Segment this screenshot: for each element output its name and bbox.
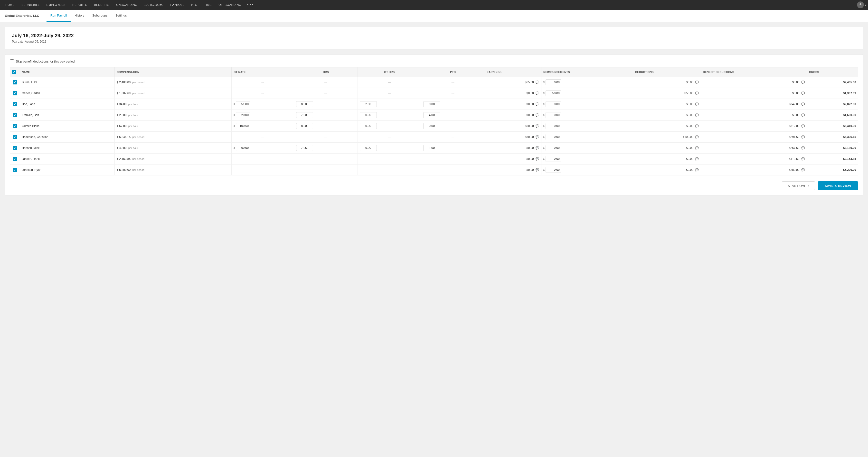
nav-1094c[interactable]: 1094C/1095C xyxy=(141,0,167,10)
earnings-comment-0[interactable]: 💬 xyxy=(535,80,539,84)
pto-8: --- xyxy=(421,164,485,175)
benefit-deductions-3: $0.00 💬 xyxy=(701,110,807,121)
nav-offboarding[interactable]: OFFBOARDING xyxy=(215,0,245,10)
deductions-comment-2[interactable]: 💬 xyxy=(695,102,699,106)
reimbursement-input-2[interactable] xyxy=(546,101,561,107)
benefit-deductions-0: $0.00 💬 xyxy=(701,77,807,88)
reimbursement-7: $ xyxy=(541,154,633,164)
ot-hrs-input-2[interactable] xyxy=(360,101,377,107)
hrs-0: --- xyxy=(294,77,358,88)
ot-hrs-input-4[interactable] xyxy=(360,123,377,129)
tab-run-payroll[interactable]: Run Payroll xyxy=(46,10,71,22)
tab-settings[interactable]: Settings xyxy=(111,10,130,22)
hrs-input-6[interactable] xyxy=(296,145,313,151)
deductions-comment-7[interactable]: 💬 xyxy=(695,157,699,161)
reimbursement-input-8[interactable] xyxy=(546,167,561,173)
reimbursement-input-4[interactable] xyxy=(546,123,561,129)
table-row: Franklin, Ben $ 20.00 per hour $ xyxy=(10,110,858,121)
ot-hrs-input-6[interactable] xyxy=(360,145,377,151)
nav-employees[interactable]: EMPLOYEES xyxy=(43,0,69,10)
nav-home[interactable]: HOME xyxy=(2,0,18,10)
user-avatar[interactable] xyxy=(857,1,864,8)
row-checkbox-5[interactable] xyxy=(13,135,17,139)
deductions-comment-3[interactable]: 💬 xyxy=(695,113,699,117)
benefit-comment-4[interactable]: 💬 xyxy=(801,124,805,128)
row-checkbox-1[interactable] xyxy=(13,91,17,95)
earnings-comment-6[interactable]: 💬 xyxy=(535,146,539,150)
employee-name-6: Hansen, Mick xyxy=(20,142,115,154)
nav-more-dots[interactable]: • • • xyxy=(245,3,256,7)
reimbursement-input-5[interactable] xyxy=(546,134,561,140)
deductions-comment-1[interactable]: 💬 xyxy=(695,92,699,95)
benefit-comment-3[interactable]: 💬 xyxy=(801,113,805,117)
row-checkbox-2[interactable] xyxy=(13,102,17,106)
nav-berniebill[interactable]: BERNIEBILL xyxy=(18,0,43,10)
hrs-input-2[interactable] xyxy=(296,101,313,107)
deductions-comment-8[interactable]: 💬 xyxy=(695,168,699,171)
benefit-comment-5[interactable]: 💬 xyxy=(801,135,805,139)
user-menu-arrow[interactable]: ▾ xyxy=(865,4,866,6)
benefit-deductions-7: $419.50 💬 xyxy=(701,154,807,164)
earnings-comment-3[interactable]: 💬 xyxy=(535,113,539,117)
deductions-comment-0[interactable]: 💬 xyxy=(695,80,699,84)
hrs-4 xyxy=(294,121,358,132)
employee-name-2: Doe, Jane xyxy=(20,99,115,110)
deductions-comment-5[interactable]: 💬 xyxy=(695,135,699,139)
earnings-comment-4[interactable]: 💬 xyxy=(535,124,539,128)
col-header-pto: PTO xyxy=(421,67,485,77)
nav-reports[interactable]: REPORTS xyxy=(69,0,91,10)
reimbursement-input-3[interactable] xyxy=(546,112,561,118)
pay-period-card: July 16, 2022-July 29, 2022 Pay date: Au… xyxy=(5,27,863,50)
skip-benefit-checkbox[interactable] xyxy=(10,59,14,63)
earnings-comment-2[interactable]: 💬 xyxy=(535,102,539,106)
pto-input-6[interactable] xyxy=(423,145,440,151)
row-checkbox-3[interactable] xyxy=(13,113,17,117)
benefit-comment-2[interactable]: 💬 xyxy=(801,102,805,106)
row-checkbox-4[interactable] xyxy=(13,124,17,128)
pto-input-2[interactable] xyxy=(423,101,440,107)
reimbursement-input-7[interactable] xyxy=(546,156,561,162)
hrs-input-4[interactable] xyxy=(296,123,313,129)
nav-benefits[interactable]: BENEFITS xyxy=(91,0,113,10)
hrs-1: --- xyxy=(294,88,358,99)
ot-hrs-input-3[interactable] xyxy=(360,112,377,118)
tab-history[interactable]: History xyxy=(71,10,88,22)
earnings-comment-1[interactable]: 💬 xyxy=(535,92,539,95)
benefit-comment-8[interactable]: 💬 xyxy=(801,168,805,171)
tab-subgroups[interactable]: Subgroups xyxy=(88,10,112,22)
row-checkbox-6[interactable] xyxy=(13,146,17,150)
nav-onboarding[interactable]: ONBOARDING xyxy=(113,0,141,10)
pto-input-4[interactable] xyxy=(423,123,440,129)
reimbursement-input-0[interactable] xyxy=(546,79,561,85)
row-checkbox-7[interactable] xyxy=(13,157,17,161)
benefit-comment-0[interactable]: 💬 xyxy=(801,80,805,84)
benefit-comment-7[interactable]: 💬 xyxy=(801,157,805,161)
pto-input-3[interactable] xyxy=(423,112,440,118)
employee-name-7: Jansen, Hank xyxy=(20,154,115,164)
benefit-comment-6[interactable]: 💬 xyxy=(801,146,805,150)
ot-rate-input-2[interactable] xyxy=(236,101,250,107)
reimbursement-input-1[interactable] xyxy=(546,90,561,96)
ot-rate-input-3[interactable] xyxy=(236,112,250,118)
ot-rate-input-4[interactable] xyxy=(236,123,250,129)
nav-time[interactable]: TIME xyxy=(201,0,215,10)
table-row: Jansen, Hank $ 2,153.85 per period --- -… xyxy=(10,154,858,164)
earnings-comment-7[interactable]: 💬 xyxy=(535,157,539,161)
deductions-comment-4[interactable]: 💬 xyxy=(695,124,699,128)
ot-rate-input-6[interactable] xyxy=(236,145,250,151)
nav-pto[interactable]: PTO xyxy=(188,0,201,10)
row-checkbox-8[interactable] xyxy=(13,168,17,172)
select-all-checkbox[interactable] xyxy=(12,70,16,74)
compensation-3: $ 20.00 per hour xyxy=(115,110,231,121)
nav-payroll[interactable]: PAYROLL xyxy=(167,0,188,10)
save-review-button[interactable]: SAVE & REVIEW xyxy=(818,181,858,190)
row-checkbox-0[interactable] xyxy=(13,80,17,85)
start-over-button[interactable]: START OVER xyxy=(782,181,815,190)
deductions-comment-6[interactable]: 💬 xyxy=(695,146,699,150)
row-check-4 xyxy=(10,121,20,132)
earnings-comment-5[interactable]: 💬 xyxy=(535,135,539,139)
earnings-comment-8[interactable]: 💬 xyxy=(535,168,539,171)
benefit-comment-1[interactable]: 💬 xyxy=(801,92,805,95)
hrs-input-3[interactable] xyxy=(296,112,313,118)
reimbursement-input-6[interactable] xyxy=(546,145,561,151)
